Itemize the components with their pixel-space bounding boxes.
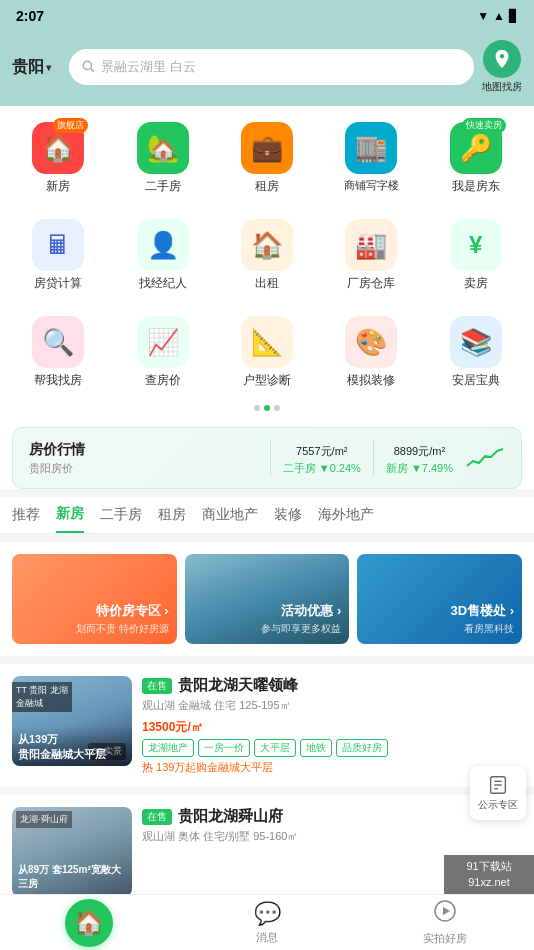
promo-card-2[interactable]: 活动优惠 › 参与即享更多权益	[185, 554, 350, 644]
category-rent-out[interactable]: 🏠 出租	[217, 215, 317, 296]
property-img-label-1: TT 贵阳 龙湖金融城	[12, 682, 72, 712]
floating-public-notice-button[interactable]: 公示专区	[470, 766, 526, 820]
nav-message[interactable]: 💬 消息	[178, 895, 356, 950]
main-content: 🏠 旗舰店 新房 🏡 二手房 💼 租房 🏬 商铺写字楼	[0, 106, 534, 489]
new-house-label: 新房	[46, 178, 70, 195]
category-guide[interactable]: 📚 安居宝典	[426, 312, 526, 393]
category-landlord[interactable]: 🔑 快速卖房 我是房东	[426, 118, 526, 199]
tag-large-floor: 大平层	[254, 739, 296, 757]
category-decoration[interactable]: 🎨 模拟装修	[321, 312, 421, 393]
price-banner-sub: 贵阳房价	[29, 461, 258, 476]
tab-new-house[interactable]: 新房	[56, 505, 84, 533]
landlord-icon: 🔑 快速卖房	[450, 122, 502, 174]
home-icon: 🏠	[74, 909, 104, 937]
tab-commercial[interactable]: 商业地产	[202, 506, 258, 532]
price-banner[interactable]: 房价行情 贵阳房价 7557元/m² 二手房 ▼0.24% 8899元/m² 新…	[12, 427, 522, 489]
price-divider	[270, 440, 271, 476]
guide-label: 安居宝典	[452, 372, 500, 389]
wifi-icon: ▲	[493, 9, 505, 23]
promo-title-3: 3D售楼处 ›	[450, 603, 514, 620]
dot-indicator	[0, 401, 534, 419]
message-icon: 💬	[254, 901, 281, 927]
promo-card-1[interactable]: 特价房专区 › 划而不贵 特价好房源	[12, 554, 177, 644]
rental-icon: 💼	[241, 122, 293, 174]
loan-calc-label: 房贷计算	[34, 275, 82, 292]
promo-sub-1: 划而不贵 特价好房源	[76, 622, 169, 636]
sell-icon: ¥	[450, 219, 502, 271]
category-second-hand[interactable]: 🏡 二手房	[112, 118, 212, 199]
tab-recommend[interactable]: 推荐	[12, 506, 40, 532]
agent-icon: 👤	[137, 219, 189, 271]
nav-home[interactable]: 🏠	[0, 895, 178, 950]
category-help-find[interactable]: 🔍 帮我找房	[8, 312, 108, 393]
price-mid-type: 二手房 ▼0.24%	[283, 461, 361, 476]
rent-out-label: 出租	[255, 275, 279, 292]
location-button[interactable]: 贵阳 ▾ |	[12, 57, 61, 78]
category-sell[interactable]: ¥ 卖房	[426, 215, 526, 296]
category-factory[interactable]: 🏭 厂房仓库	[321, 215, 421, 296]
promo-card-3[interactable]: 3D售楼处 › 看房黑科技	[357, 554, 522, 644]
prop-location-2: 观山湖 奥体 住宅/别墅 95-160㎡	[142, 829, 522, 844]
tag-longhu: 龙湖地产	[142, 739, 194, 757]
price-right-type: 新房 ▼7.49%	[386, 461, 453, 476]
category-rental[interactable]: 💼 租房	[217, 118, 317, 199]
category-agent[interactable]: 👤 找经纪人	[112, 215, 212, 296]
category-grid-row2: 🖩 房贷计算 👤 找经纪人 🏠 出租 🏭 厂房仓库 ¥ 卖房	[0, 203, 534, 300]
bottom-nav: 🏠 💬 消息 实拍好房	[0, 894, 534, 950]
new-house-badge: 旗舰店	[53, 118, 88, 133]
property-card-1[interactable]: TT 贵阳 龙湖金融城 3D实景 从139万贵阳金融城大平层 在售 贵阳龙湖天曜…	[0, 664, 534, 787]
tab-overseas[interactable]: 海外地产	[318, 506, 374, 532]
dot-3	[274, 405, 280, 411]
floor-plan-label: 户型诊断	[243, 372, 291, 389]
guide-icon: 📚	[450, 316, 502, 368]
tab-rental[interactable]: 租房	[158, 506, 186, 532]
tag-metro: 地铁	[300, 739, 332, 757]
price-mid: 7557元/m² 二手房 ▼0.24%	[283, 441, 361, 476]
header: 贵阳 ▾ | 景融云湖里 白云 地图找房	[0, 32, 534, 106]
category-commercial[interactable]: 🏬 商铺写字楼	[321, 118, 421, 199]
live-icon	[433, 899, 457, 928]
category-floor-plan[interactable]: 📐 户型诊断	[217, 312, 317, 393]
prop-location-1: 观山湖 金融城 住宅 125-195㎡	[142, 698, 522, 713]
status-icons: ▼ ▲ ▊	[477, 9, 518, 23]
nav-live[interactable]: 实拍好房	[356, 895, 534, 950]
hot-icon-1: 热	[142, 761, 153, 773]
help-find-label: 帮我找房	[34, 372, 82, 389]
second-hand-icon: 🏡	[137, 122, 189, 174]
price-right-value: 8899元/m²	[386, 441, 453, 459]
on-sale-badge-2: 在售	[142, 809, 172, 825]
price-mid-value: 7557元/m²	[283, 441, 361, 459]
location-arrow-icon: ▾	[46, 62, 51, 73]
battery-icon: ▊	[509, 9, 518, 23]
promo-bg-1: 特价房专区 › 划而不贵 特价好房源	[12, 554, 177, 644]
floating-notice-label: 公示专区	[478, 798, 518, 812]
category-loan-calc[interactable]: 🖩 房贷计算	[8, 215, 108, 296]
svg-line-1	[91, 68, 94, 71]
category-grid-row3: 🔍 帮我找房 📈 查房价 📐 户型诊断 🎨 模拟装修 📚 安	[0, 300, 534, 401]
promo-title-1: 特价房专区 ›	[96, 603, 169, 620]
search-bar[interactable]: 景融云湖里 白云	[69, 49, 474, 85]
tab-decoration[interactable]: 装修	[274, 506, 302, 532]
price-check-label: 查房价	[145, 372, 181, 389]
svg-point-0	[84, 61, 92, 69]
property-image-1: TT 贵阳 龙湖金融城 3D实景 从139万贵阳金融城大平层	[12, 676, 132, 766]
watermark: 91下载站 91xz.net	[444, 855, 534, 894]
property-image-2: 从89万 套125m²宽敞大三房 龙湖·舜山府	[12, 807, 132, 897]
message-label: 消息	[256, 930, 278, 945]
map-button[interactable]: 地图找房	[482, 40, 522, 94]
svg-marker-7	[443, 907, 450, 915]
rental-label: 租房	[255, 178, 279, 195]
search-placeholder: 景融云湖里 白云	[101, 58, 196, 76]
landlord-label: 我是房东	[452, 178, 500, 195]
help-find-icon: 🔍	[32, 316, 84, 368]
tab-second-hand[interactable]: 二手房	[100, 506, 142, 532]
prop-name-1: 贵阳龙湖天曜领峰	[178, 676, 298, 695]
promo-bg-2: 活动优惠 › 参与即享更多权益	[185, 554, 350, 644]
property-info-1: 在售 贵阳龙湖天曜领峰 观山湖 金融城 住宅 125-195㎡ 13500元/㎡…	[142, 676, 522, 775]
category-new-house[interactable]: 🏠 旗舰店 新房	[8, 118, 108, 199]
dot-2	[264, 405, 270, 411]
dot-1	[254, 405, 260, 411]
category-price-check[interactable]: 📈 查房价	[112, 312, 212, 393]
price-divider-2	[373, 440, 374, 476]
factory-icon: 🏭	[345, 219, 397, 271]
